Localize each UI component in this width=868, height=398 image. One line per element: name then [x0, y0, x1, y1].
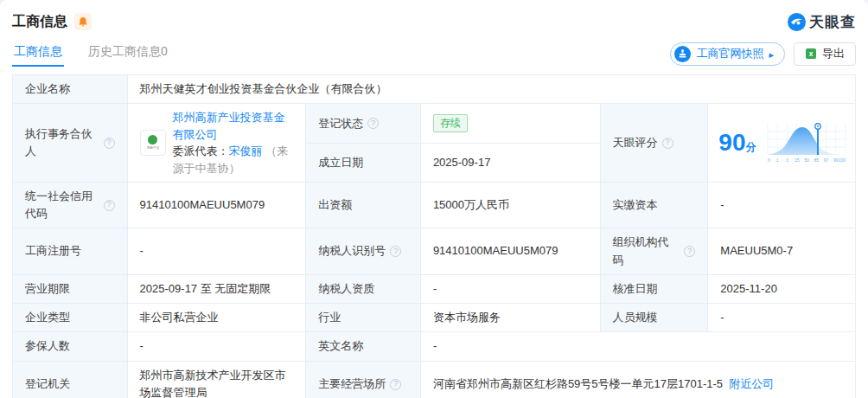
label-capital: 出资额 [306, 183, 421, 228]
tab-history-business-info[interactable]: 历史工商信息0 [86, 41, 169, 67]
help-icon[interactable] [662, 138, 673, 149]
value-tianyan-score: 90分 [708, 104, 856, 183]
label-company-name: 企业名称 [13, 75, 128, 104]
help-icon[interactable] [390, 246, 401, 257]
value-paid-capital: - [708, 183, 856, 228]
label-paid-capital: 实缴资本 [601, 183, 709, 228]
stamp-icon [674, 46, 691, 62]
value-company-type: 非公司私营企业 [128, 304, 307, 332]
official-snapshot-label: 工商官网快照 [696, 46, 763, 61]
rep-label: 委派代表： [173, 144, 229, 157]
label-reg-authority: 登记机关 [13, 362, 128, 398]
label-business-term: 营业期限 [13, 275, 128, 304]
svg-text:15: 15 [795, 157, 800, 163]
nearby-companies-link[interactable]: 附近公司 [729, 377, 774, 390]
label-reg-status: 登记状态 [306, 104, 421, 144]
status-badge: 存续 [433, 114, 468, 132]
value-executive-partner: 高新产业 郑州高新产业投资基金有限公司 委派代表：宋俊丽 （来源于中基协） [128, 104, 307, 183]
partner-logo-mark-icon [148, 135, 157, 144]
partner-company-link[interactable]: 郑州高新产业投资基金有限公司 [173, 111, 285, 141]
header: 工商信息 天眼查 [12, 9, 856, 35]
help-icon[interactable] [104, 200, 115, 211]
bell-icon [78, 16, 88, 28]
value-org-code: MAEUU5M0-7 [708, 228, 856, 274]
label-company-type: 企业类型 [13, 304, 128, 332]
svg-text:100: 100 [839, 157, 846, 163]
label-approval-date: 核准日期 [601, 275, 709, 304]
label-executive-partner: 执行事务合伙人 [13, 104, 128, 183]
value-taxpayer-quality: - [421, 275, 601, 304]
value-establish-date: 2025-09-17 [421, 144, 601, 183]
value-reg-authority: 郑州市高新技术产业开发区市场监督管理局 [128, 362, 307, 398]
help-icon[interactable] [684, 246, 695, 257]
svg-text:97: 97 [824, 157, 829, 163]
value-taxpayer-id: 91410100MAEUU5M079 [421, 228, 601, 274]
partner-company-logo[interactable]: 高新产业 [140, 130, 166, 156]
value-reg-number: - [128, 228, 307, 274]
business-info-table: 企业名称 郑州天健英才创业投资基金合伙企业（有限合伙） 执行事务合伙人 高新产业… [12, 74, 856, 398]
help-icon[interactable] [390, 379, 401, 390]
official-snapshot-button[interactable]: 工商官网快照 [670, 42, 785, 66]
label-credit-code: 统一社会信用代码 [13, 183, 128, 228]
brand-name: 天眼查 [809, 12, 856, 32]
value-staff-size: - [708, 304, 856, 332]
label-org-code: 组织机构代码 [601, 228, 709, 274]
tab-business-info[interactable]: 工商信息 [12, 41, 64, 67]
label-business-address: 主要经营场所 [306, 362, 421, 398]
svg-text:85: 85 [814, 157, 819, 163]
value-business-term: 2025-09-17 至 无固定期限 [128, 275, 307, 304]
partner-logo-caption: 高新产业 [146, 145, 158, 151]
chevron-right-icon [769, 48, 774, 61]
help-icon[interactable] [104, 138, 115, 149]
value-company-name: 郑州天健英才创业投资基金合伙企业（有限合伙） [128, 75, 856, 104]
label-insured-count: 参保人数 [13, 332, 128, 362]
value-reg-status: 存续 [421, 104, 601, 144]
score-number: 90分 [718, 131, 756, 155]
label-reg-number: 工商注册号 [13, 228, 128, 274]
svg-text:x: x [809, 49, 814, 58]
svg-text:3: 3 [786, 157, 788, 163]
svg-text:0: 0 [768, 157, 770, 163]
export-label: 导出 [822, 46, 845, 61]
label-tianyan-score: 天眼评分 [601, 104, 709, 183]
label-establish-date: 成立日期 [306, 144, 421, 183]
notification-bell-button[interactable] [74, 13, 92, 30]
label-staff-size: 人员规模 [601, 304, 709, 332]
label-taxpayer-id: 纳税人识别号 [306, 228, 421, 274]
value-english-name: - [421, 332, 856, 362]
score-distribution-chart: 0 1 3 15 50 85 97 99 100 [765, 120, 848, 165]
label-industry: 行业 [306, 304, 421, 332]
value-approval-date: 2025-11-20 [708, 275, 856, 304]
business-info-card: 工商信息 天眼查 工商信息 历史工商信息0 [0, 0, 868, 398]
tab-bar: 工商信息 历史工商信息0 工商官网快照 x [12, 40, 856, 67]
page-title: 工商信息 [12, 13, 67, 31]
help-icon[interactable] [367, 118, 379, 129]
value-insured-count: - [128, 332, 307, 362]
value-business-address: 河南省郑州市高新区红杉路59号5号楼一单元17层1701-1-5 附近公司 [421, 362, 856, 398]
tianyancha-logo[interactable]: 天眼查 [788, 12, 856, 32]
tianyancha-logo-icon [788, 13, 806, 31]
label-english-name: 英文名称 [306, 332, 421, 362]
excel-icon: x [805, 48, 817, 60]
rep-name-link[interactable]: 宋俊丽 [229, 144, 263, 157]
export-button[interactable]: x 导出 [794, 42, 856, 66]
svg-text:50: 50 [804, 157, 809, 163]
value-credit-code: 91410100MAEUU5M079 [128, 183, 307, 228]
svg-text:1: 1 [776, 157, 779, 163]
label-taxpayer-quality: 纳税人资质 [306, 275, 421, 304]
value-capital: 15000万人民币 [421, 183, 601, 228]
value-industry: 资本市场服务 [421, 304, 601, 332]
